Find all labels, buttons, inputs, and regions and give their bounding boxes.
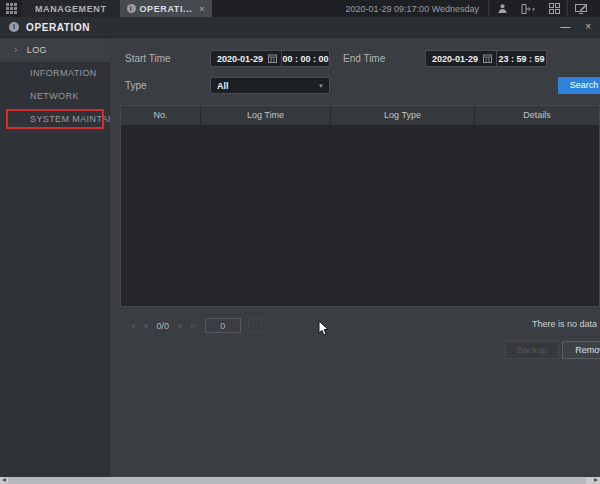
sidebar-item-log[interactable]: ›LOG (0, 38, 110, 62)
calendar-icon[interactable] (268, 54, 277, 63)
remove-button[interactable]: Remove (562, 341, 600, 359)
caret-down-icon: ▼ (318, 83, 324, 89)
column-header-log-time[interactable]: Log Time (201, 106, 331, 125)
pagination: |◀ ◀ 0/0 ▶ ▶| → (128, 318, 262, 333)
sidebar: ›LOG INFORMATION NETWORK SYSTEM MAINTAIN (0, 38, 110, 477)
column-header-log-type[interactable]: Log Type (331, 106, 475, 125)
start-time-value[interactable]: 00 : 00 : 00 (282, 54, 329, 64)
tab-operation[interactable]: i OPERATI... × (120, 0, 213, 17)
type-label: Type (125, 80, 147, 91)
no-data-status-text: There is no data (532, 319, 597, 329)
grid-icon (6, 3, 17, 14)
mouse-cursor (318, 320, 330, 341)
info-icon: i (9, 22, 19, 32)
tab-management[interactable]: MANAGEMENT (22, 0, 120, 17)
app-window: MANAGEMENT i OPERATI... × 2020-01-29 09:… (0, 0, 600, 484)
go-to-page-button[interactable]: → (248, 318, 262, 333)
prev-page-button[interactable]: ◀ (142, 318, 147, 333)
caret-down-icon: ▾ (532, 6, 535, 12)
page-title: OPERATION (26, 22, 90, 33)
sidebar-item-label: LOG (27, 45, 47, 55)
log-table: No. Log Time Log Type Details (120, 105, 600, 307)
video-wall-icon[interactable] (541, 0, 567, 17)
end-date-value[interactable]: 2020-01-29 (426, 54, 478, 64)
logout-icon[interactable]: ▾ (515, 0, 541, 17)
annotation-highlight-box (6, 109, 104, 129)
end-time-value[interactable]: 23 : 59 : 59 (497, 54, 546, 64)
user-icon[interactable] (489, 0, 515, 17)
end-datetime-input[interactable]: 2020-01-29 23 : 59 : 59 (425, 50, 547, 67)
search-button[interactable]: Search (558, 77, 600, 94)
chevron-right-icon: › (14, 44, 18, 55)
table-body-empty (121, 125, 599, 306)
column-header-no[interactable]: No. (121, 106, 201, 125)
type-selected-value: All (211, 81, 229, 91)
page-indicator: 0/0 (157, 321, 170, 331)
last-page-button[interactable]: ▶| (191, 318, 198, 333)
info-icon: i (127, 4, 136, 13)
sidebar-item-label: NETWORK (30, 91, 79, 101)
tab-management-label: MANAGEMENT (35, 4, 107, 14)
table-header: No. Log Time Log Type Details (121, 106, 599, 125)
end-time-label: End Time (343, 53, 385, 64)
scroll-left-icon[interactable] (2, 478, 6, 482)
window-title-bar: i OPERATION — × (0, 17, 600, 38)
backup-button[interactable]: Backup (505, 341, 559, 359)
scrollbar-thumb[interactable] (8, 477, 586, 484)
horizontal-scrollbar[interactable] (0, 477, 600, 484)
next-page-button[interactable]: ▶ (178, 318, 183, 333)
start-time-label: Start Time (125, 53, 171, 64)
app-tab-bar: MANAGEMENT i OPERATI... × 2020-01-29 09:… (0, 0, 600, 17)
system-datetime: 2020-01-29 09:17:00 Wednesday (346, 4, 479, 14)
local-config-icon[interactable] (568, 0, 594, 17)
calendar-icon[interactable] (483, 54, 492, 63)
close-icon[interactable]: × (585, 22, 591, 32)
type-dropdown[interactable]: All ▼ (210, 77, 330, 94)
sidebar-item-network[interactable]: NETWORK (0, 85, 110, 108)
first-page-button[interactable]: |◀ (128, 318, 135, 333)
tab-operation-label: OPERATI... (140, 4, 193, 14)
page-number-input[interactable] (205, 318, 241, 333)
sidebar-item-label: INFORMATION (30, 68, 97, 78)
main-panel: Start Time 2020-01-29 00 : 00 : 00 End T… (110, 38, 600, 477)
tab-close-icon[interactable]: × (199, 4, 205, 14)
start-datetime-input[interactable]: 2020-01-29 00 : 00 : 00 (210, 50, 330, 67)
sidebar-item-information[interactable]: INFORMATION (0, 62, 110, 85)
app-menu-grid-icon[interactable] (0, 0, 22, 17)
start-date-value[interactable]: 2020-01-29 (211, 54, 263, 64)
minimize-icon[interactable]: — (560, 22, 570, 32)
column-header-details[interactable]: Details (475, 106, 599, 125)
scroll-right-icon[interactable] (594, 478, 598, 482)
